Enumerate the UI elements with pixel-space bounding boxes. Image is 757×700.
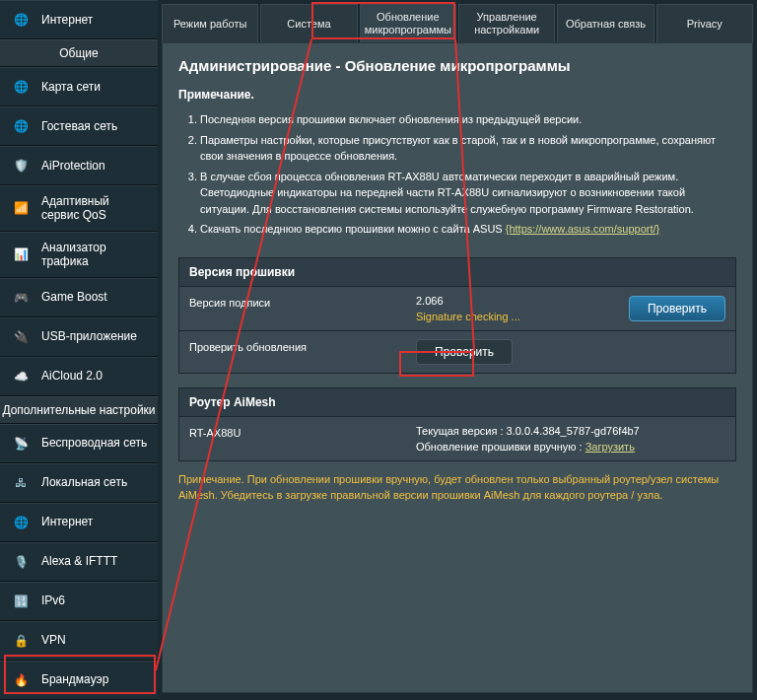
aimesh-version-value: 3.0.0.4.384_5787-gd76f4b7 [507, 425, 640, 437]
wifi-icon: 📡 [10, 433, 32, 455]
sidebar-item-label: Интернет [41, 515, 93, 528]
sidebar-item-label: AiCloud 2.0 [41, 369, 103, 383]
sidebar-item-network-map[interactable]: 🌐 Карта сети [0, 67, 158, 106]
sidebar-item-aiprotection[interactable]: 🛡️ AiProtection [0, 146, 158, 185]
gauge-icon: 📶 [10, 197, 32, 219]
note-item: Параметры настройки, которые присутствую… [200, 132, 736, 165]
note-item: Скачать последнюю версию прошивки можно … [200, 221, 736, 238]
sidebar-item-qos[interactable]: 📶 Адаптивный сервис QoS [0, 185, 158, 232]
sidebar-item-label: VPN [41, 633, 66, 647]
tab-feedback[interactable]: Обратная связь [557, 4, 654, 42]
lan-icon: 🖧 [10, 472, 32, 494]
sidebar-item-label: AiProtection [41, 159, 105, 173]
sidebar-group-advanced: Дополнительные настройки [0, 396, 158, 424]
tab-operation-mode[interactable]: Режим работы [162, 4, 258, 42]
check-signature-button[interactable]: Проверить [629, 296, 725, 321]
sidebar-item-label: Беспроводная сеть [41, 436, 147, 450]
note-item: В случае сбоя процесса обновления RT-AX8… [200, 169, 736, 218]
sidebar-item-label: Карта сети [41, 80, 101, 94]
sidebar-item-ipv6[interactable]: 🔢 IPv6 [0, 582, 158, 621]
shield-icon: 🛡️ [10, 155, 32, 176]
tab-system[interactable]: Система [260, 4, 357, 42]
firmware-version-section: Версия прошивки [178, 257, 736, 287]
globe-icon: 🌐 [10, 512, 32, 533]
check-updates-button[interactable]: Проверить [416, 339, 513, 365]
sidebar-item-vpn[interactable]: 🔒 VPN [0, 621, 158, 661]
sidebar-item-label: Alexa & IFTTT [41, 554, 117, 568]
chart-icon: 📊 [10, 244, 32, 265]
aimesh-upload-link[interactable]: Загрузить [585, 441, 635, 453]
cloud-icon: ☁️ [10, 366, 32, 387]
sidebar-item-label: Анализатор трафика [41, 241, 148, 269]
sidebar-item-internet-top[interactable]: 🌐 Интернет [0, 0, 158, 39]
tab-privacy[interactable]: Privacy [656, 4, 753, 42]
sidebar-item-game-boost[interactable]: 🎮 Game Boost [0, 278, 158, 317]
sidebar-item-alexa-ifttt[interactable]: 🎙️ Alexa & IFTTT [0, 542, 158, 582]
support-link[interactable]: {https://www.asus.com/support/} [506, 223, 660, 235]
sidebar-item-label: USB-приложение [41, 329, 137, 343]
sidebar-item-label: Локальная сеть [41, 475, 127, 489]
fire-icon: 🔥 [10, 669, 32, 691]
sidebar-item-lan[interactable]: 🖧 Локальная сеть [0, 463, 158, 503]
voice-icon: 🎙️ [10, 551, 32, 573]
sidebar-item-label: IPv6 [41, 594, 65, 607]
tab-firmware-upgrade[interactable]: Обновление микропрограммы [360, 4, 456, 42]
aimesh-section: Роутер AiMesh [178, 387, 736, 417]
note-label: Примечание. [178, 88, 736, 102]
tab-restore-save[interactable]: Управление настройками [458, 4, 555, 42]
sidebar-item-label: Адаптивный сервис QoS [41, 194, 148, 223]
sidebar-group-general: Общие [0, 39, 158, 67]
signature-version-value: 2.066 [416, 295, 520, 307]
sidebar-item-label: Интернет [41, 13, 93, 27]
aimesh-version-label: Текущая версия : [416, 425, 507, 437]
sidebar-item-aicloud[interactable]: ☁️ AiCloud 2.0 [0, 357, 158, 396]
aimesh-warning-note: Примечание. При обновлении прошивки вруч… [178, 471, 736, 504]
globe-icon: 🌐 [10, 9, 32, 31]
globe-icon: 🌐 [10, 76, 32, 98]
aimesh-model: RT-AX88U [179, 417, 406, 460]
sidebar-item-guest-network[interactable]: 🌐 Гостевая сеть [0, 106, 158, 146]
sidebar-item-firewall[interactable]: 🔥 Брандмауэр [0, 661, 158, 700]
gamepad-icon: 🎮 [10, 287, 32, 309]
sidebar-item-label: Game Boost [41, 290, 107, 304]
sidebar-item-usb-app[interactable]: 🔌 USB-приложение [0, 317, 158, 357]
aimesh-manual-label: Обновление прошивки вручную : [416, 441, 585, 453]
note-item: Последняя версия прошивки включает обнов… [200, 111, 736, 128]
vpn-icon: 🔒 [10, 630, 32, 652]
notes-list: Последняя версия прошивки включает обнов… [200, 111, 736, 238]
sidebar-item-traffic-analyzer[interactable]: 📊 Анализатор трафика [0, 232, 158, 278]
ipv6-icon: 🔢 [10, 591, 32, 612]
page-title: Администрирование - Обновление микропрог… [178, 57, 736, 74]
usb-icon: 🔌 [10, 326, 32, 348]
sidebar-item-label: Гостевая сеть [41, 119, 117, 133]
globe-icon: 🌐 [10, 115, 32, 137]
sidebar-item-wireless[interactable]: 📡 Беспроводная сеть [0, 424, 158, 463]
tab-bar: Режим работы Система Обновление микропро… [158, 0, 757, 42]
signature-status: Signature checking ... [416, 311, 520, 322]
check-updates-label: Проверить обновления [179, 331, 406, 373]
signature-version-label: Версия подписи [179, 287, 406, 330]
sidebar-item-label: Брандмауэр [41, 672, 108, 686]
sidebar-item-internet[interactable]: 🌐 Интернет [0, 503, 158, 542]
